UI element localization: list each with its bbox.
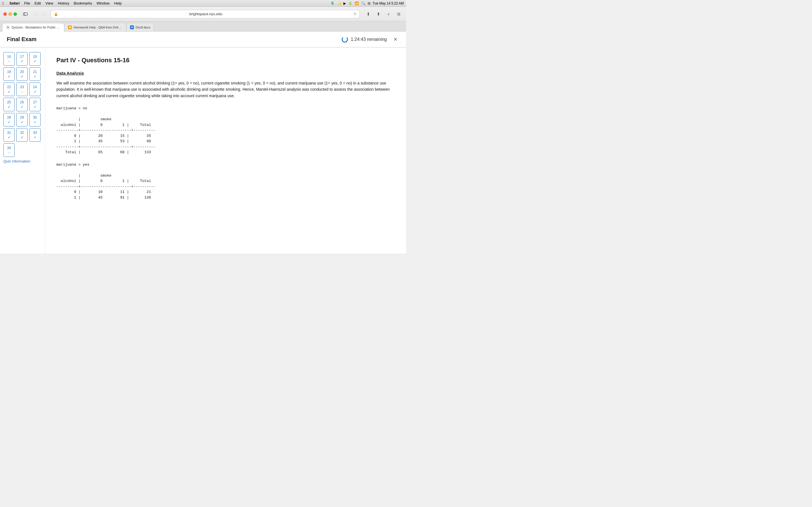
timer-spinner [342, 36, 348, 43]
question-row: 25✓26✓27✓ [3, 98, 42, 111]
question-button-30[interactable]: 30✓ [29, 113, 41, 126]
question-row: 34-- [3, 144, 42, 157]
wifi-icon: 📶 [355, 1, 359, 5]
menu-help[interactable]: Help [114, 1, 122, 5]
menu-bookmarks[interactable]: Bookmarks [73, 1, 92, 5]
question-row: 19✓20✓21✓ [3, 67, 42, 81]
tab-favicon-doc8: W [130, 25, 134, 29]
apple-menu[interactable]:  [2, 1, 4, 6]
traffic-lights [3, 12, 17, 16]
menu-view[interactable]: View [45, 1, 53, 5]
question-nav: 16--17✓18✓19✓20✓21✓22✓23--24✓25✓26✓27✓28… [0, 48, 45, 253]
back-button[interactable]: ‹ [32, 10, 40, 18]
share-button[interactable]: ⬆ [374, 10, 382, 18]
question-row: 22✓23--24✓ [3, 82, 42, 96]
question-button-16[interactable]: 16-- [3, 52, 15, 66]
table-marijuana-no: marijuana = no | smoke alcohol | 0 1 | T… [56, 106, 395, 155]
tab-coursehero[interactable]: ★ Homework Help - Q&A from Online Tutors… [64, 23, 126, 31]
page-content: Final Exam 1:24:43 remaining ✕ 16--17✓18… [0, 32, 406, 253]
address-bar[interactable]: 🔒 brightspace.nyu.edu ↻ [51, 10, 360, 18]
table-marijuana-yes: marijuana = yes | smoke alcohol | 0 1 | … [56, 162, 395, 201]
browser-tabs: N Quizzes - Biostatistics for Public Hea… [0, 21, 406, 32]
quiz-info-link[interactable]: Quiz Information [3, 159, 30, 163]
forward-button[interactable]: › [41, 10, 49, 18]
question-row: 28✓29✓30✓ [3, 113, 42, 126]
tab-overview-button[interactable]: ⧉ [395, 10, 403, 18]
quiz-header: Final Exam 1:24:43 remaining ✕ [0, 32, 406, 47]
menu-window[interactable]: Window [96, 1, 109, 5]
question-button-28[interactable]: 28✓ [3, 113, 15, 126]
question-button-18[interactable]: 18✓ [29, 52, 41, 66]
table-marijuana-no-container: marijuana = no | smoke alcohol | 0 1 | T… [56, 106, 395, 155]
timer-area: 1:24:43 remaining [342, 36, 387, 43]
table-marijuana-yes-container: marijuana = yes | smoke alcohol | 0 1 | … [56, 162, 395, 201]
menu-history[interactable]: History [58, 1, 69, 5]
question-button-21[interactable]: 21✓ [29, 67, 41, 81]
question-row: 16--17✓18✓ [3, 52, 42, 66]
question-button-32[interactable]: 32✓ [16, 128, 28, 142]
question-button-19[interactable]: 19✓ [3, 67, 15, 81]
question-button-17[interactable]: 17✓ [16, 52, 28, 66]
tab-label-doc8: Doc8.docx [136, 25, 150, 29]
moon-icon: 🌙 [337, 1, 341, 5]
search-icon[interactable]: 🔍 [361, 1, 365, 5]
maximize-window-button[interactable] [13, 12, 17, 16]
new-tab-button[interactable]: + [385, 10, 393, 18]
menu-file[interactable]: File [24, 1, 30, 5]
browser-toolbar: ‹ › 🔒 brightspace.nyu.edu ↻ ⬇ ⬆ + ⧉ [0, 7, 406, 21]
download-button[interactable]: ⬇ [364, 10, 372, 18]
minimize-window-button[interactable] [8, 12, 12, 16]
lock-icon: 🔒 [54, 12, 58, 16]
menu-edit[interactable]: Edit [35, 1, 41, 5]
quiz-body: 16--17✓18✓19✓20✓21✓22✓23--24✓25✓26✓27✓28… [0, 48, 406, 253]
browser: ‹ › 🔒 brightspace.nyu.edu ↻ ⬇ ⬆ + ⧉ N Qu… [0, 7, 406, 253]
question-button-24[interactable]: 24✓ [29, 82, 41, 96]
quiz-main[interactable]: Part IV - Questions 15-16 Data Analysis … [45, 48, 406, 253]
question-row: 31✓32✓33✓ [3, 128, 42, 142]
tab-favicon-coursehero: ★ [68, 25, 72, 29]
menubar:  Safari File Edit View History Bookmark… [0, 0, 406, 7]
mic-icon: 🎙️ [331, 1, 335, 5]
svg-rect-0 [23, 13, 28, 15]
question-button-27[interactable]: 27✓ [29, 98, 41, 111]
clock: Tue May 14 5:22 AM [373, 1, 404, 5]
question-button-34[interactable]: 34-- [3, 144, 15, 157]
question-button-33[interactable]: 33✓ [29, 128, 41, 142]
question-button-20[interactable]: 20✓ [16, 67, 28, 81]
menubar-right: 🎙️ 🌙 ▶ 🔋 📶 🔍 ⊟ Tue May 14 5:22 AM [331, 1, 404, 5]
tab-favicon-quizzes: N [6, 25, 10, 29]
question-button-26[interactable]: 26✓ [16, 98, 28, 111]
question-nav-container: 16--17✓18✓19✓20✓21✓22✓23--24✓25✓26✓27✓28… [3, 52, 42, 157]
question-button-25[interactable]: 25✓ [3, 98, 15, 111]
tab-doc8[interactable]: W Doc8.docx [126, 23, 154, 31]
close-quiz-button[interactable]: ✕ [391, 36, 399, 43]
reload-button[interactable]: ↻ [354, 12, 357, 16]
question-button-23[interactable]: 23-- [16, 82, 28, 96]
nav-buttons: ‹ › [32, 10, 49, 18]
app-name[interactable]: Safari [9, 1, 19, 5]
tab-label-quizzes: Quizzes - Biostatistics for Public Healt… [11, 25, 61, 29]
quiz-title: Final Exam [7, 36, 342, 43]
battery-icon: 🔋 [348, 1, 352, 5]
toolbar-right: ⬇ ⬆ + ⧉ [364, 10, 403, 18]
close-window-button[interactable] [3, 12, 7, 16]
section-label: Data Analysis [56, 71, 395, 75]
part-header: Part IV - Questions 15-16 [56, 57, 395, 64]
question-button-22[interactable]: 22✓ [3, 82, 15, 96]
tab-quizzes[interactable]: N Quizzes - Biostatistics for Public Hea… [2, 23, 64, 32]
question-button-29[interactable]: 29✓ [16, 113, 28, 126]
description-text: We will examine the association between … [56, 80, 395, 99]
tab-label-coursehero: Homework Help - Q&A from Online Tutors -… [73, 25, 123, 29]
question-button-31[interactable]: 31✓ [3, 128, 15, 142]
url-text[interactable]: brightspace.nyu.edu [60, 12, 352, 16]
sidebar-toggle-button[interactable] [21, 10, 29, 18]
play-icon: ▶ [343, 1, 346, 5]
controlcenter-icon[interactable]: ⊟ [368, 1, 370, 5]
timer-text: 1:24:43 remaining [351, 37, 387, 42]
